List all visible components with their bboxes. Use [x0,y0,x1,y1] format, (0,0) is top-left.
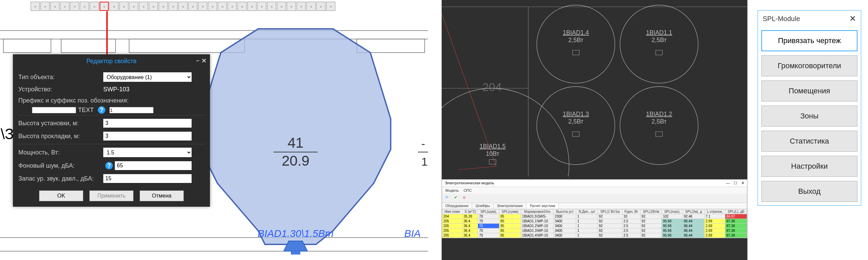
spl-button-6[interactable]: Выход [761,181,857,202]
table-cell[interactable]: 70 [478,233,499,238]
lay-height-input[interactable] [103,132,192,141]
table-cell[interactable]: 85 [499,224,521,228]
table-cell[interactable]: 36.4 [462,228,478,233]
speaker-1BIAD1.5[interactable]: 1BIAD1.510Вт [442,88,569,177]
table-cell[interactable]: 36.4 [462,224,478,228]
help-icon[interactable]: ▫ [326,2,335,11]
speaker-1BIAD1.4[interactable]: 1BIAD1.42,5Вт [537,5,615,83]
table-cell[interactable]: 1BIAD1.1\WP-10 [521,219,553,224]
table-cell[interactable]: 86.44 [683,228,705,233]
tab-model[interactable]: Модель [445,188,459,192]
speaker-1BIAD1.1[interactable]: 1BIAD1.12,5Вт [620,5,698,83]
graph-icon[interactable]: ▫ [159,2,168,11]
grid-icon[interactable]: ▫ [178,2,188,11]
table-cell[interactable]: 87.38 [725,233,747,238]
col-header[interactable]: SPL(1 Вт/1м [598,209,622,214]
table-cell[interactable]: 92 [598,224,622,228]
target-icon[interactable]: ▫ [277,2,286,11]
col-header[interactable]: S (м^2) [462,209,478,214]
table-cell[interactable]: 102 [662,214,683,219]
table-cell[interactable]: 92 [640,233,662,238]
noise-input[interactable] [115,161,192,170]
table-cell[interactable]: 95.98 [662,224,683,228]
subtab-2[interactable]: Электропитание [494,203,527,209]
table-cell[interactable]: 92.46 [683,214,705,219]
spl-button-0[interactable]: Привязать чертеж [761,30,857,51]
table-cell[interactable]: 2.5 [622,219,640,224]
table-cell[interactable]: 85 [499,214,521,219]
check-icon[interactable]: ✔ [454,195,460,201]
table-cell[interactable]: 1BIAD1.4\WP-10 [521,233,553,238]
col-header[interactable]: SPL(L), дБ [725,209,747,214]
check-icon[interactable]: ▫ [257,2,266,11]
table-cell[interactable]: 87.38 [725,224,747,228]
maximize-icon[interactable]: ☐ [734,181,737,185]
subtab-3[interactable]: Расчет акустики [527,203,559,209]
table-cell[interactable]: 70 [478,228,499,233]
doc-icon[interactable]: ▫ [31,2,40,11]
graph2-icon[interactable]: ▫ [169,2,178,11]
box-icon[interactable]: ▫ [90,2,99,11]
close-icon[interactable]: ✕ [201,57,207,64]
table-cell[interactable]: 92 [598,219,622,224]
table-cell[interactable]: 85 [499,228,521,233]
table-cell[interactable]: 85 [499,233,521,238]
table-cell[interactable]: 205 [442,224,463,228]
table-cell[interactable]: 95.98 [662,219,683,224]
grid2-icon[interactable]: ▫ [188,2,197,11]
star-icon[interactable]: ▫ [129,2,138,11]
table-cell[interactable]: 86.44 [683,233,705,238]
spl-button-2[interactable]: Помещения [761,80,857,101]
link2-icon[interactable]: ▫ [109,2,119,11]
apply-button[interactable]: Применить [89,190,134,201]
col-header[interactable]: SPL(сумм) [499,209,521,214]
table-cell[interactable]: 2.5 [622,224,640,228]
col-header[interactable]: Pдин, Вт [622,209,640,214]
cancel-button[interactable]: Отмена [140,190,184,201]
table-cell[interactable]: 2300 [553,214,576,219]
table-cell[interactable]: 95.98 [662,228,683,233]
sync-icon[interactable]: ▫ [306,2,316,11]
table-cell[interactable]: 87.38 [725,228,747,233]
power-select[interactable]: 1.5 [103,148,192,157]
spl-button-3[interactable]: Зоны [761,106,857,127]
help-icon[interactable]: ? [98,106,105,114]
table-cell[interactable]: 1 [576,224,598,228]
minimize-icon[interactable]: — [726,181,730,185]
table-cell[interactable]: 2.69 [705,233,725,238]
table-cell[interactable]: 36.4 [462,233,478,238]
table-cell[interactable]: 86.44 [683,224,705,228]
install-height-input[interactable] [103,119,192,128]
table-cell[interactable]: 1BIAD1.3\WP-10 [521,228,553,233]
layers-icon[interactable]: ▫ [208,2,217,11]
globe-icon[interactable]: ▫ [287,2,296,11]
table-cell[interactable]: 1 [576,219,598,224]
table-cell[interactable]: 70 [478,219,499,224]
refresh-icon[interactable]: ⟳ [445,195,451,201]
magnify-icon[interactable]: ▫ [297,2,306,11]
gear-icon[interactable]: ▫ [40,2,50,11]
table-cell[interactable]: 92 [640,224,662,228]
stack-icon[interactable]: ▫ [237,2,247,11]
table-cell[interactable]: 2.69 [705,219,725,224]
link-icon[interactable]: ▫ [100,2,109,11]
table-cell[interactable]: 205 [442,219,463,224]
col-header[interactable]: SPL(max), [662,209,683,214]
col-header[interactable]: SPL(1Вт/м [640,209,662,214]
suffix-input[interactable] [109,107,154,113]
col-header[interactable]: Имя поме [442,209,463,214]
table-cell[interactable]: 36.4 [462,219,478,224]
speaker-1BIAD1.2[interactable]: 1BIAD1.22,5Вт [620,87,698,165]
tab-ops[interactable]: ОПС [463,188,472,192]
table-cell[interactable]: 85 [499,219,521,224]
table-cell[interactable]: 3400 [553,233,576,238]
subtab-0[interactable]: Оборудование [442,203,472,209]
spl-button-1[interactable]: Громкоговорители [761,55,857,76]
spl-button-4[interactable]: Статистика [761,131,857,152]
table-cell[interactable]: 3400 [553,219,576,224]
stop-icon[interactable]: ⦸ [463,195,469,201]
col-header[interactable]: Высота уст [553,209,576,214]
minimize-icon[interactable]: – [196,57,199,64]
close-icon[interactable]: ✕ [849,14,856,23]
page2-icon[interactable]: ▫ [228,2,237,11]
